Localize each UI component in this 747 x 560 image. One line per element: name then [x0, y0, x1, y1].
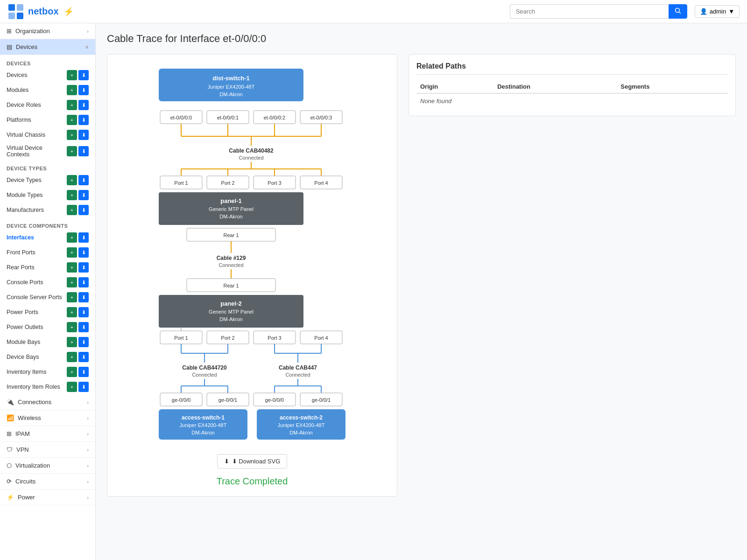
add-rear-port-button[interactable]: +	[67, 262, 77, 273]
as2-model: Juniper EX4200-48T	[278, 422, 325, 428]
add-inventory-item-role-button[interactable]: +	[67, 382, 77, 392]
col-segments: Segments	[617, 80, 728, 93]
import-power-outlet-button[interactable]: ⬇	[78, 322, 89, 332]
import-interface-button[interactable]: ⬇	[78, 232, 89, 243]
sidebar-label-module-types: Module Types	[7, 192, 43, 198]
sidebar-item-console-server-ports[interactable]: Console Server Ports + ⬇	[0, 290, 95, 305]
svg-rect-2	[8, 13, 15, 19]
import-device-bay-button[interactable]: ⬇	[78, 352, 89, 362]
sidebar-item-device-types[interactable]: Device Types + ⬇	[0, 173, 95, 188]
import-front-port-button[interactable]: ⬇	[78, 247, 89, 258]
sidebar-item-device-bays[interactable]: Device Bays + ⬇	[0, 350, 95, 364]
add-module-type-button[interactable]: +	[67, 190, 77, 200]
cable1-name: Cable CAB40482	[229, 147, 274, 154]
sidebar-item-module-bays[interactable]: Module Bays + ⬇	[0, 335, 95, 350]
sidebar-item-devices-list[interactable]: Devices + ⬇	[0, 68, 95, 83]
svg-point-4	[675, 8, 679, 13]
import-inventory-item-role-button[interactable]: ⬇	[78, 382, 89, 392]
panel2-location: DM-Akron	[219, 316, 243, 322]
sidebar-item-organization[interactable]: ⊞ Organization ›	[0, 23, 95, 39]
add-module-button[interactable]: +	[67, 85, 77, 95]
sidebar-item-virtual-device-contexts[interactable]: Virtual Device Contexts + ⬇	[0, 142, 95, 160]
sidebar-item-inventory-item-roles[interactable]: Inventory Item Roles + ⬇	[0, 379, 95, 394]
search-input[interactable]	[510, 4, 669, 19]
sidebar-item-platforms[interactable]: Platforms + ⬇	[0, 112, 95, 127]
import-platform-button[interactable]: ⬇	[78, 115, 89, 125]
add-power-port-button[interactable]: +	[67, 307, 77, 317]
group-header-device-types: DEVICE TYPES	[0, 163, 95, 173]
sidebar-label-connections: Connections	[18, 399, 51, 406]
download-icon: ⬇	[224, 458, 229, 465]
sidebar-item-wireless[interactable]: 📶 Wireless ›	[0, 410, 95, 426]
sidebar-label-rear-ports: Rear Ports	[7, 264, 35, 271]
as1-location: DM-Akron	[191, 430, 215, 435]
chevron-right-icon-circuits: ›	[87, 479, 89, 484]
sidebar-item-virtual-chassis[interactable]: Virtual Chassis + ⬇	[0, 127, 95, 142]
brand-link[interactable]: netbox ⚡	[7, 3, 74, 20]
import-virtual-chassis-button[interactable]: ⬇	[78, 130, 89, 140]
sidebar-label-virtualization: Virtualization	[15, 462, 50, 469]
sidebar-item-vpn[interactable]: 🛡 VPN ›	[0, 442, 95, 458]
add-interface-button[interactable]: +	[67, 232, 77, 243]
sidebar-item-manufacturers[interactable]: Manufacturers + ⬇	[0, 203, 95, 217]
sidebar-item-module-types[interactable]: Module Types + ⬇	[0, 188, 95, 203]
sidebar-item-power[interactable]: ⚡ Power ›	[0, 490, 95, 505]
bolt-icon: ⚡	[7, 494, 14, 501]
sidebar-item-rear-ports[interactable]: Rear Ports + ⬇	[0, 260, 95, 275]
import-vdc-button[interactable]: ⬇	[78, 146, 89, 156]
import-power-port-button[interactable]: ⬇	[78, 307, 89, 317]
import-rear-port-button[interactable]: ⬇	[78, 262, 89, 273]
sidebar-item-device-roles[interactable]: Device Roles + ⬇	[0, 98, 95, 112]
sidebar-item-circuits[interactable]: ⟳ Circuits ›	[0, 474, 95, 490]
main-content: Cable Trace for Interface et-0/0/0:0 dis…	[96, 23, 747, 560]
sidebar-item-virtualization[interactable]: ⬡ Virtualization ›	[0, 458, 95, 474]
import-console-port-button[interactable]: ⬇	[78, 277, 89, 287]
sidebar-item-interfaces[interactable]: Interfaces + ⬇	[0, 230, 95, 245]
import-console-server-port-button[interactable]: ⬇	[78, 292, 89, 302]
sidebar-item-power-ports[interactable]: Power Ports + ⬇	[0, 305, 95, 320]
cable3-status: Connected	[192, 372, 217, 378]
add-vdc-button[interactable]: +	[67, 146, 77, 156]
add-platform-button[interactable]: +	[67, 115, 77, 125]
sidebar-item-connections[interactable]: 🔌 Connections ›	[0, 394, 95, 410]
import-device-button[interactable]: ⬇	[78, 70, 89, 80]
add-front-port-button[interactable]: +	[67, 247, 77, 258]
sidebar-item-front-ports[interactable]: Front Ports + ⬇	[0, 245, 95, 260]
p2-port1: Port 1	[174, 335, 188, 341]
sidebar-item-ipam[interactable]: ⊞ IPAM ›	[0, 426, 95, 442]
shield-icon: 🛡	[7, 446, 13, 453]
add-power-outlet-button[interactable]: +	[67, 322, 77, 332]
import-device-type-button[interactable]: ⬇	[78, 175, 89, 185]
search-button[interactable]	[669, 4, 687, 19]
user-dropdown-button[interactable]: 👤 admin ▼	[695, 5, 740, 18]
add-device-type-button[interactable]: +	[67, 175, 77, 185]
import-inventory-item-button[interactable]: ⬇	[78, 367, 89, 377]
add-inventory-item-button[interactable]: +	[67, 367, 77, 377]
sidebar-item-devices[interactable]: ▤ Devices ∨	[0, 39, 95, 55]
group-header-devices: DEVICES	[0, 58, 95, 68]
col-origin: Origin	[416, 80, 493, 93]
p2-port2: Port 2	[221, 335, 234, 341]
import-module-bay-button[interactable]: ⬇	[78, 337, 89, 347]
download-svg-button[interactable]: ⬇ ⬇ Download SVG	[217, 454, 288, 469]
wifi-icon: 📶	[7, 414, 14, 421]
search-form	[510, 4, 687, 19]
import-device-role-button[interactable]: ⬇	[78, 100, 89, 110]
add-console-port-button[interactable]: +	[67, 277, 77, 287]
port-et0003: et-0/0/0:3	[310, 115, 332, 120]
add-device-role-button[interactable]: +	[67, 100, 77, 110]
add-virtual-chassis-button[interactable]: +	[67, 130, 77, 140]
add-module-bay-button[interactable]: +	[67, 337, 77, 347]
sidebar-item-inventory-items[interactable]: Inventory Items + ⬇	[0, 364, 95, 379]
sidebar-item-console-ports[interactable]: Console Ports + ⬇	[0, 275, 95, 290]
import-module-type-button[interactable]: ⬇	[78, 190, 89, 200]
add-console-server-port-button[interactable]: +	[67, 292, 77, 302]
import-module-button[interactable]: ⬇	[78, 85, 89, 95]
import-manufacturer-button[interactable]: ⬇	[78, 205, 89, 215]
sidebar-item-modules[interactable]: Modules + ⬇	[0, 83, 95, 98]
add-device-button[interactable]: +	[67, 70, 77, 80]
add-manufacturer-button[interactable]: +	[67, 205, 77, 215]
add-device-bay-button[interactable]: +	[67, 352, 77, 362]
sidebar-item-power-outlets[interactable]: Power Outlets + ⬇	[0, 320, 95, 335]
sidebar-label-manufacturers: Manufacturers	[7, 207, 44, 213]
